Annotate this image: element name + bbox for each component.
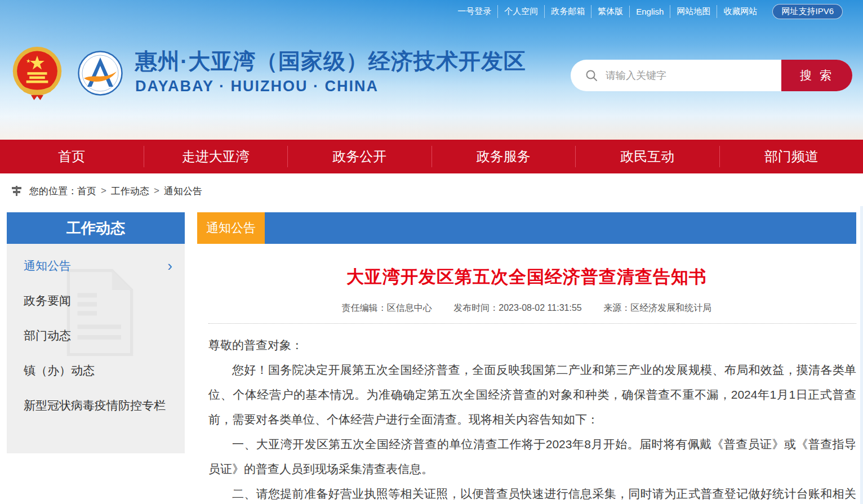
tab-notices[interactable]: 通知公告 [197, 212, 265, 244]
content-header-bar: 通知公告 [197, 212, 856, 244]
article-body: 尊敬的普查对象： 您好！国务院决定开展第五次全国经济普查，全面反映我国第二产业和… [197, 333, 856, 504]
page: 一号登录 个人空间 政务邮箱 繁体版 English 网站地图 收藏网站 网址支… [0, 0, 863, 504]
sidebar-title: 工作动态 [7, 212, 185, 244]
sidebar-item-gov-news[interactable]: 政务要闻 [7, 283, 185, 318]
signpost-icon [10, 185, 23, 197]
article-paragraph: 尊敬的普查对象： [208, 333, 856, 358]
nav-item-about-dayabay[interactable]: 走进大亚湾 [144, 140, 288, 173]
sitemap-link[interactable]: 网站地图 [670, 5, 717, 18]
sidebar-item-department-news[interactable]: 部门动态 [7, 318, 185, 353]
breadcrumb-separator: > [96, 185, 111, 197]
main-nav: 首页 走进大亚湾 政务公开 政务服务 政民互动 部门频道 [0, 140, 863, 173]
article-meta: 责任编辑：区信息中心 发布时间：2023-08-02 11:31:55 来源：区… [197, 302, 856, 314]
brand: 惠州·大亚湾（国家级）经济技术开发区 DAYABAY · HUIZHOU · C… [11, 45, 526, 101]
traditional-chinese-link[interactable]: 繁体版 [591, 5, 629, 18]
nav-item-home[interactable]: 首页 [0, 140, 144, 173]
utility-bar: 一号登录 个人空间 政务邮箱 繁体版 English 网站地图 收藏网站 网址支… [451, 4, 843, 19]
meta-editor: 责任编辑：区信息中心 [342, 303, 432, 313]
meta-publish-time: 发布时间：2023-08-02 11:31:55 [453, 303, 581, 313]
sidebar-item-label: 镇（办）动态 [24, 364, 95, 377]
breadcrumb-work-news[interactable]: 工作动态 [111, 185, 149, 198]
sidebar: 工作动态 通知公告 › 政务要闻 部门动态 镇（办）动态 [7, 212, 185, 453]
dayabay-logo-icon [78, 51, 123, 96]
chevron-right-icon: › [167, 248, 172, 283]
breadcrumb: 您的位置： 首页 > 工作动态 > 通知公告 [0, 173, 863, 208]
breadcrumb-separator: > [149, 185, 164, 197]
gov-mail-link[interactable]: 政务邮箱 [544, 5, 591, 18]
breadcrumb-label: 您的位置： [29, 185, 77, 198]
sidebar-item-label: 新型冠状病毒疫情防控专栏 [24, 399, 166, 412]
nav-item-gov-services[interactable]: 政务服务 [432, 140, 576, 173]
english-link[interactable]: English [629, 6, 670, 17]
sidebar-item-label: 部门动态 [24, 329, 71, 342]
sidebar-item-notices[interactable]: 通知公告 › [7, 248, 185, 283]
main-content: 通知公告 大亚湾开发区第五次全国经济普查清查告知书 责任编辑：区信息中心 发布时… [197, 212, 856, 504]
favorite-link[interactable]: 收藏网站 [717, 5, 763, 18]
sidebar-item-covid-column[interactable]: 新型冠状病毒疫情防控专栏 [7, 388, 185, 423]
national-emblem-icon [11, 45, 63, 101]
sidebar-item-town-news[interactable]: 镇（办）动态 [7, 353, 185, 388]
personal-space-link[interactable]: 个人空间 [497, 5, 544, 18]
scrollbar-track[interactable] [860, 206, 863, 504]
nav-item-interaction[interactable]: 政民互动 [576, 140, 719, 173]
sidebar-item-label: 政务要闻 [24, 294, 71, 307]
breadcrumb-home[interactable]: 首页 [77, 185, 96, 198]
login-link[interactable]: 一号登录 [451, 5, 497, 18]
meta-source: 来源：区经济发展和统计局 [603, 303, 711, 313]
article-paragraph: 二、请您提前准备好营业执照等相关证照，以便普查员快速进行信息采集，同时请为正式普… [208, 481, 856, 504]
nav-item-departments[interactable]: 部门频道 [720, 140, 863, 173]
breadcrumb-notices[interactable]: 通知公告 [164, 185, 202, 198]
nav-item-gov-info[interactable]: 政务公开 [288, 140, 432, 173]
sidebar-item-label: 通知公告 [24, 259, 71, 272]
site-title-cn: 惠州·大亚湾（国家级）经济技术开发区 [135, 50, 526, 74]
site-header: 一号登录 个人空间 政务邮箱 繁体版 English 网站地图 收藏网站 网址支… [0, 0, 863, 140]
search-button[interactable]: 搜 索 [781, 60, 852, 91]
ipv6-badge[interactable]: 网址支持IPV6 [772, 4, 843, 19]
article-paragraph: 一、大亚湾开发区第五次全国经济普查的单位清查工作将于2023年8月开始。届时将有… [208, 432, 856, 481]
site-title-en: DAYABAY · HUIZHOU · CHINA [135, 78, 526, 95]
brand-text: 惠州·大亚湾（国家级）经济技术开发区 DAYABAY · HUIZHOU · C… [135, 50, 526, 95]
meta-divider [208, 323, 856, 324]
article-paragraph: 您好！国务院决定开展第五次全国经济普查，全面反映我国第二产业和第三产业的发展规模… [208, 358, 856, 432]
sidebar-items: 通知公告 › 政务要闻 部门动态 镇（办）动态 新型冠状病毒疫情防控专栏 [7, 244, 185, 423]
search-box: 搜 索 [571, 60, 852, 91]
article-title: 大亚湾开发区第五次全国经济普查清查告知书 [197, 265, 856, 289]
